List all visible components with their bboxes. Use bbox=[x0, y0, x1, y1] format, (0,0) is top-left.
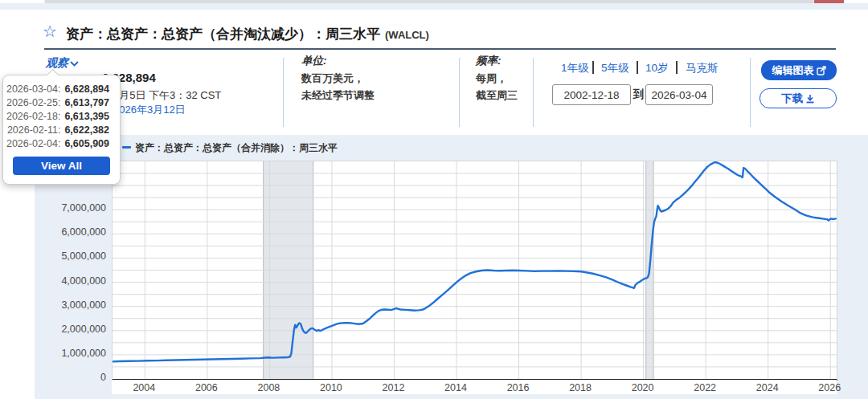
date-from-input[interactable] bbox=[552, 84, 631, 105]
chevron-down-icon bbox=[70, 61, 79, 67]
edit-external-icon bbox=[817, 66, 826, 75]
y-tick-label: 3,000,000 bbox=[32, 299, 106, 311]
range-link-3[interactable]: 10岁 bbox=[645, 61, 669, 75]
x-tick-label: 2022 bbox=[682, 382, 727, 393]
x-tick-label: 2026 bbox=[807, 382, 852, 393]
range-link-1[interactable]: 1年级 bbox=[561, 61, 589, 75]
y-tick-label: 4,000,000 bbox=[32, 275, 106, 287]
column-divider bbox=[533, 58, 534, 127]
observations-popup-rows: 2026-03-04:6,628,8942026-02-25:6,613,797… bbox=[3, 83, 109, 151]
star-outline-icon[interactable]: ☆ bbox=[43, 22, 57, 40]
range-link-4[interactable]: 马克斯 bbox=[686, 61, 719, 75]
observation-row: 2026-02-25:6,613,797 bbox=[3, 96, 109, 110]
chart-plot-area[interactable] bbox=[112, 161, 837, 381]
date-to-label: 到 bbox=[633, 88, 645, 102]
download-button[interactable]: 下载 bbox=[760, 88, 837, 108]
frequency-line1: 每周， bbox=[476, 71, 507, 86]
column-divider bbox=[459, 58, 460, 127]
x-tick-label: 2020 bbox=[620, 382, 665, 393]
observations-popup: 2026-03-04:6,628,8942026-02-25:6,613,797… bbox=[2, 75, 121, 185]
series-title: 资产：总资产：总资产（合并淘汰减少）：周三水平 bbox=[66, 26, 380, 42]
fred-series-page: ☆ 资产：总资产：总资产（合并淘汰减少）：周三水平(WALCL) 观察 6,62… bbox=[0, 0, 868, 399]
y-tick-label: 7,000,000 bbox=[32, 202, 106, 214]
next-release-link[interactable]: 2026年3月12日 bbox=[113, 103, 186, 117]
legend-line-swatch bbox=[122, 146, 131, 149]
frequency-line2: 截至周三 bbox=[476, 88, 518, 103]
date-to-input[interactable] bbox=[645, 84, 713, 105]
observation-row: 2026-02-04:6,605,909 bbox=[3, 137, 109, 151]
range-separator bbox=[676, 61, 678, 74]
units-label: 单位: bbox=[301, 54, 327, 68]
legend-series-label: 资产：总资产：总资产（合并消除）：周三水平 bbox=[135, 141, 338, 155]
series-line bbox=[113, 162, 836, 361]
column-divider bbox=[750, 58, 751, 127]
range-link-2[interactable]: 5年级 bbox=[601, 61, 629, 75]
x-tick-label: 2006 bbox=[184, 382, 229, 393]
x-tick-label: 2010 bbox=[309, 382, 354, 393]
x-tick-label: 2024 bbox=[745, 382, 790, 393]
edit-graph-label: 编辑图表 bbox=[772, 63, 814, 78]
observations-label: 观察 bbox=[46, 56, 68, 71]
download-label: 下载 bbox=[781, 92, 803, 106]
observations-dropdown-toggle[interactable]: 观察 bbox=[46, 56, 79, 71]
x-tick-label: 2008 bbox=[246, 382, 291, 393]
x-tick-label: 2012 bbox=[371, 382, 416, 393]
y-tick-label: 5,000,000 bbox=[32, 250, 106, 262]
range-separator bbox=[637, 61, 638, 74]
units-line2: 未经过季节调整 bbox=[301, 88, 375, 103]
y-tick-label: 2,000,000 bbox=[32, 324, 106, 335]
edit-graph-button[interactable]: 编辑图表 bbox=[761, 60, 837, 80]
page-title: 资产：总资产：总资产（合并淘汰减少）：周三水平(WALCL) bbox=[66, 25, 429, 43]
title-divider bbox=[44, 48, 836, 50]
x-tick-label: 2004 bbox=[121, 382, 166, 393]
frequency-label: 频率: bbox=[476, 54, 502, 68]
units-line1: 数百万美元， bbox=[301, 71, 364, 86]
y-tick-label: 0 bbox=[32, 372, 106, 383]
view-all-button[interactable]: View All bbox=[13, 157, 110, 175]
popup-caret bbox=[47, 69, 59, 82]
range-separator bbox=[592, 61, 594, 74]
series-code: (WALCL) bbox=[385, 29, 429, 41]
download-icon bbox=[805, 94, 815, 104]
x-tick-label: 2018 bbox=[558, 382, 603, 393]
observation-row: 2026-02-18:6,613,395 bbox=[3, 110, 109, 124]
column-divider bbox=[283, 58, 284, 127]
y-tick-label: 1,000,000 bbox=[32, 348, 106, 359]
x-tick-label: 2014 bbox=[433, 382, 478, 393]
y-tick-label: 6,000,000 bbox=[32, 226, 106, 238]
top-strip bbox=[0, 3, 868, 10]
x-tick-label: 2016 bbox=[496, 382, 541, 393]
chart-line-svg bbox=[113, 161, 837, 379]
observation-row: 2026-03-04:6,628,894 bbox=[3, 83, 109, 96]
observation-row: 2026-02-11:6,622,382 bbox=[3, 124, 109, 137]
